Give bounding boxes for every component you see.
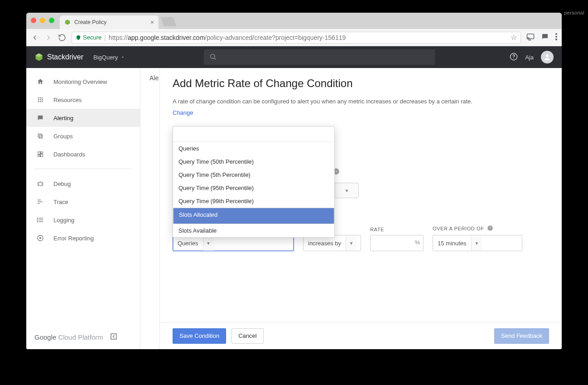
- svg-rect-25: [41, 154, 43, 156]
- svg-rect-21: [39, 135, 43, 138]
- svg-point-38: [39, 237, 41, 239]
- svg-rect-17: [42, 99, 43, 100]
- change-link[interactable]: Change: [173, 109, 193, 116]
- svg-rect-23: [38, 152, 40, 155]
- page-description: A rate of change condition can be config…: [173, 98, 549, 105]
- browser-tab-title: Create Policy: [74, 19, 106, 25]
- close-tab-icon[interactable]: ×: [150, 19, 154, 26]
- dropdown-option[interactable]: Slots Available: [173, 224, 334, 237]
- svg-rect-19: [40, 101, 41, 102]
- period-select-value: 15 minutes: [433, 235, 471, 251]
- sidebar-item-label: Resources: [53, 97, 82, 103]
- rate-field: RATE %: [370, 227, 424, 251]
- svg-text:?: ?: [489, 226, 491, 229]
- sidebar-item-logging[interactable]: Logging: [26, 211, 140, 229]
- sidebar-item-label: Trace: [53, 199, 68, 205]
- metric-dropdown-popover: Queries Query Time (50th Percentile) Que…: [173, 126, 335, 238]
- global-search[interactable]: [204, 49, 435, 65]
- chat-bubble-icon[interactable]: [541, 33, 549, 42]
- browser-tab[interactable]: Create Policy ×: [60, 15, 159, 29]
- page-title: Add Metric Rate of Change Condition: [173, 77, 549, 90]
- chevron-down-icon: ▼: [203, 235, 214, 251]
- user-name: Aja: [525, 54, 534, 61]
- bookmark-star-icon[interactable]: ☆: [511, 33, 517, 42]
- svg-rect-13: [40, 97, 41, 98]
- svg-text:?: ?: [335, 170, 337, 174]
- dropdown-option[interactable]: Query Time (50th Percentile): [173, 155, 334, 168]
- brand[interactable]: Stackdriver: [34, 53, 83, 62]
- sidebar: Monitoring Overview Resources Alerting G…: [26, 68, 140, 349]
- sidebar-item-groups[interactable]: Groups: [26, 127, 140, 145]
- project-picker[interactable]: BigQuery: [93, 54, 125, 61]
- sidebar-item-dashboards[interactable]: Dashboards: [26, 145, 140, 163]
- svg-point-35: [37, 219, 38, 220]
- chevron-down-icon: ▼: [335, 183, 358, 198]
- stackdriver-logo-icon: [34, 53, 43, 62]
- dropdown-option[interactable]: Queries: [173, 142, 334, 155]
- dropdown-option[interactable]: Query Time (99th Percentile): [173, 195, 334, 208]
- avatar[interactable]: [541, 51, 554, 63]
- applies-to-select[interactable]: ▼: [334, 183, 359, 198]
- svg-rect-24: [41, 152, 43, 154]
- sidebar-item-label: Error Reporting: [53, 235, 94, 242]
- direction-select-value: increases by: [304, 235, 346, 251]
- chevron-down-icon: [120, 54, 125, 61]
- chevron-down-icon: ▼: [471, 235, 482, 251]
- sidebar-item-label: Monitoring Overview: [53, 78, 107, 85]
- rate-label: RATE: [370, 227, 424, 232]
- svg-rect-20: [42, 101, 43, 102]
- copy-icon: [36, 132, 44, 140]
- dropdown-option[interactable]: Query Time (95th Percentile): [173, 181, 334, 195]
- window-minimize-icon[interactable]: [40, 18, 45, 23]
- period-select[interactable]: 15 minutes ▼: [433, 235, 522, 251]
- sidebar-footer: Google Cloud Platform: [26, 327, 140, 349]
- svg-point-4: [555, 39, 557, 40]
- svg-point-7: [211, 54, 215, 58]
- sidebar-item-trace[interactable]: Trace: [26, 193, 140, 211]
- browser-tabstrip: Create Policy ×: [26, 13, 562, 29]
- dropdown-search-input[interactable]: [173, 127, 334, 142]
- send-feedback-button[interactable]: Send Feedback: [494, 328, 549, 344]
- search-icon: [209, 53, 217, 62]
- window-maximize-icon[interactable]: [49, 18, 54, 23]
- kebab-menu-icon[interactable]: [555, 33, 557, 42]
- secure-badge: Secure: [76, 34, 101, 41]
- sidebar-item-monitoring-overview[interactable]: Monitoring Overview: [26, 73, 140, 91]
- window-close-icon[interactable]: [31, 18, 36, 23]
- sidebar-item-label: Debug: [53, 180, 71, 187]
- svg-point-2: [555, 33, 557, 35]
- save-button[interactable]: Save Condition: [173, 328, 226, 344]
- sidebar-item-label: Alerting: [53, 115, 73, 122]
- profile-chip: personal: [564, 10, 584, 15]
- app-header: Stackdriver BigQuery Aja: [26, 46, 562, 68]
- chat-icon: [36, 114, 44, 122]
- main-footer: Save Condition Cancel Send Feedback: [160, 322, 562, 349]
- dropdown-option[interactable]: Query Time (5th Percentile): [173, 168, 334, 181]
- secondary-panel: Ale: [140, 68, 159, 349]
- sidebar-item-label: Dashboards: [53, 151, 85, 158]
- help-icon[interactable]: [510, 53, 518, 62]
- back-icon[interactable]: [31, 34, 39, 42]
- sidebar-item-label: Groups: [53, 133, 73, 140]
- svg-rect-39: [111, 334, 116, 339]
- sidebar-item-resources[interactable]: Resources: [26, 91, 140, 109]
- browser-toolbar: Secure | https://app.google.stackdriver.…: [26, 29, 562, 46]
- browser-window: Create Policy × Secure | https://app.goo…: [26, 13, 562, 349]
- sidebar-item-label: Logging: [53, 217, 74, 224]
- svg-point-10: [513, 58, 514, 59]
- cast-icon[interactable]: [526, 33, 535, 42]
- svg-rect-14: [42, 97, 43, 98]
- sidebar-item-debug[interactable]: Debug: [26, 175, 140, 193]
- svg-point-27: [39, 182, 42, 186]
- new-tab-button[interactable]: [160, 17, 176, 26]
- sidebar-item-alerting[interactable]: Alerting: [26, 109, 140, 127]
- address-bar[interactable]: Secure | https://app.google.stackdriver.…: [72, 32, 521, 44]
- sidebar-item-error-reporting[interactable]: Error Reporting: [26, 229, 140, 247]
- dropdown-option-selected[interactable]: Slots Allocated: [173, 208, 334, 224]
- help-tip-icon[interactable]: ?: [487, 225, 493, 232]
- grid-icon: [36, 96, 44, 104]
- cancel-button[interactable]: Cancel: [231, 328, 263, 344]
- reload-icon[interactable]: [58, 34, 66, 42]
- collapse-icon[interactable]: [110, 332, 118, 342]
- svg-point-34: [37, 218, 38, 218]
